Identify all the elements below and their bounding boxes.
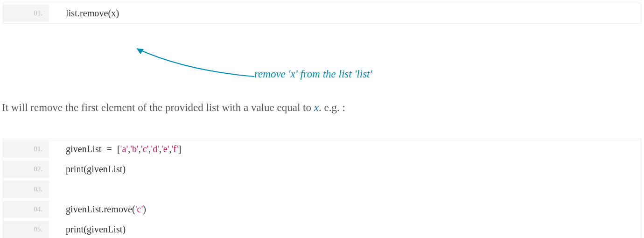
code-line: 03.: [3, 179, 641, 199]
code-content: givenList = ['a','b','c','d','e','f']: [49, 139, 190, 159]
code-line: 05. print(givenList): [3, 219, 641, 238]
code-token: ]: [178, 144, 182, 154]
line-number: 02.: [3, 161, 49, 178]
code-block-2: 01. givenList = ['a','b','c','d','e','f'…: [3, 139, 641, 238]
code-token: [: [117, 144, 120, 154]
code-token: print(givenList): [66, 164, 126, 174]
code-token: 'd': [151, 144, 159, 154]
code-token: givenList: [66, 144, 101, 154]
line-number: 05.: [3, 221, 49, 238]
paragraph-var-x: x: [314, 102, 319, 113]
paragraph-pre: It will remove the first element of the …: [2, 102, 314, 113]
line-number: 01.: [3, 5, 49, 22]
paragraph-post: . e.g. :: [319, 102, 345, 113]
code-line: 01. list.remove(x): [3, 3, 641, 23]
code-token: 'c': [135, 204, 143, 214]
code-token: print(givenList): [66, 224, 126, 234]
explanation-paragraph: It will remove the first element of the …: [0, 98, 644, 128]
code-token: ): [143, 204, 146, 214]
code-token: givenList.remove(: [66, 204, 135, 214]
code-line: 02. print(givenList): [3, 159, 641, 179]
code-content: givenList.remove('c'): [49, 199, 154, 219]
code-block-1: 01. list.remove(x): [3, 3, 641, 24]
line-number: 01.: [3, 140, 49, 158]
code-token: 'c': [141, 144, 148, 154]
code-token: 'e': [161, 144, 169, 154]
code-token: 'f': [172, 144, 178, 154]
code-token: list.remove(x): [66, 8, 119, 18]
code-token: =: [101, 144, 117, 154]
line-number: 03.: [3, 181, 49, 198]
code-content: [49, 179, 77, 199]
code-token: 'a': [120, 144, 128, 154]
code-token: 'b': [130, 144, 139, 154]
code-line: 01. givenList = ['a','b','c','d','e','f'…: [3, 139, 641, 159]
code-line: 04. givenList.remove('c'): [3, 199, 641, 219]
line-number: 04.: [3, 201, 49, 218]
annotation-text: remove 'x' from the list 'list': [254, 68, 372, 80]
code-content: print(givenList): [49, 219, 134, 238]
code-content: list.remove(x): [49, 3, 127, 23]
code-content: print(givenList): [49, 159, 134, 179]
annotation-layer: remove 'x' from the list 'list': [0, 24, 644, 87]
code-token: [66, 184, 68, 194]
